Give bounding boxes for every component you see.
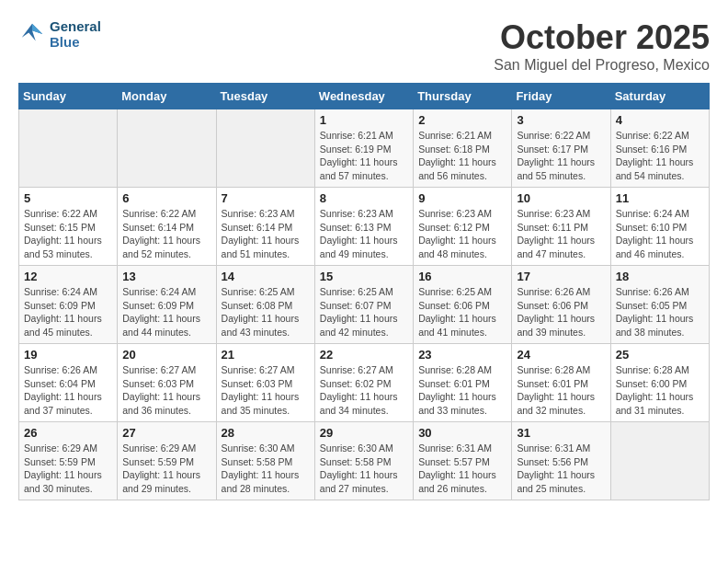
- day-info: Sunrise: 6:29 AM Sunset: 5:59 PM Dayligh…: [122, 442, 210, 496]
- calendar-cell: 10Sunrise: 6:23 AM Sunset: 6:11 PM Dayli…: [512, 188, 610, 266]
- calendar-cell: 1Sunrise: 6:21 AM Sunset: 6:19 PM Daylig…: [314, 109, 413, 188]
- day-number: 27: [122, 426, 210, 440]
- calendar-cell: 27Sunrise: 6:29 AM Sunset: 5:59 PM Dayli…: [118, 422, 216, 500]
- day-info: Sunrise: 6:28 AM Sunset: 6:00 PM Dayligh…: [616, 363, 704, 418]
- day-number: 19: [24, 348, 112, 362]
- day-info: Sunrise: 6:26 AM Sunset: 6:04 PM Dayligh…: [24, 363, 112, 418]
- calendar-cell: 13Sunrise: 6:24 AM Sunset: 6:09 PM Dayli…: [118, 266, 216, 344]
- day-info: Sunrise: 6:27 AM Sunset: 6:03 PM Dayligh…: [122, 363, 210, 418]
- day-number: 2: [418, 113, 506, 127]
- calendar-cell: 24Sunrise: 6:28 AM Sunset: 6:01 PM Dayli…: [512, 344, 610, 422]
- day-number: 12: [24, 270, 112, 283]
- day-info: Sunrise: 6:30 AM Sunset: 5:58 PM Dayligh…: [320, 442, 408, 496]
- day-number: 14: [222, 270, 310, 283]
- day-number: 15: [320, 270, 408, 283]
- day-info: Sunrise: 6:24 AM Sunset: 6:10 PM Dayligh…: [616, 207, 704, 261]
- calendar-cell: 9Sunrise: 6:23 AM Sunset: 6:12 PM Daylig…: [414, 188, 512, 266]
- calendar-cell: 12Sunrise: 6:24 AM Sunset: 6:09 PM Dayli…: [19, 266, 118, 344]
- calendar-cell: 8Sunrise: 6:23 AM Sunset: 6:13 PM Daylig…: [314, 188, 413, 266]
- calendar-cell: 19Sunrise: 6:26 AM Sunset: 6:04 PM Dayli…: [19, 344, 118, 422]
- day-info: Sunrise: 6:22 AM Sunset: 6:16 PM Dayligh…: [616, 129, 704, 183]
- day-number: 11: [616, 191, 704, 205]
- day-number: 16: [418, 270, 506, 283]
- day-info: Sunrise: 6:25 AM Sunset: 6:07 PM Dayligh…: [320, 285, 408, 339]
- logo: General Blue: [18, 18, 101, 50]
- calendar-cell: 6Sunrise: 6:22 AM Sunset: 6:14 PM Daylig…: [118, 188, 216, 266]
- calendar-cell: 3Sunrise: 6:22 AM Sunset: 6:17 PM Daylig…: [512, 109, 610, 188]
- calendar-cell: 11Sunrise: 6:24 AM Sunset: 6:10 PM Dayli…: [610, 188, 709, 266]
- day-number: 25: [616, 348, 704, 362]
- weekday-header-saturday: Saturday: [610, 84, 709, 109]
- day-info: Sunrise: 6:23 AM Sunset: 6:13 PM Dayligh…: [320, 207, 408, 261]
- calendar-table: SundayMondayTuesdayWednesdayThursdayFrid…: [18, 83, 710, 500]
- day-info: Sunrise: 6:24 AM Sunset: 6:09 PM Dayligh…: [122, 285, 210, 339]
- calendar-week-row: 19Sunrise: 6:26 AM Sunset: 6:04 PM Dayli…: [19, 344, 710, 422]
- day-info: Sunrise: 6:22 AM Sunset: 6:17 PM Dayligh…: [517, 129, 605, 183]
- day-info: Sunrise: 6:23 AM Sunset: 6:14 PM Dayligh…: [222, 207, 310, 261]
- day-info: Sunrise: 6:28 AM Sunset: 6:01 PM Dayligh…: [418, 363, 506, 418]
- calendar-cell: [610, 422, 709, 500]
- weekday-header-monday: Monday: [118, 84, 216, 109]
- calendar-cell: 26Sunrise: 6:29 AM Sunset: 5:59 PM Dayli…: [19, 422, 118, 500]
- calendar-cell: 7Sunrise: 6:23 AM Sunset: 6:14 PM Daylig…: [216, 188, 314, 266]
- day-number: 9: [418, 191, 506, 205]
- weekday-header-tuesday: Tuesday: [216, 84, 314, 109]
- calendar-cell: 16Sunrise: 6:25 AM Sunset: 6:06 PM Dayli…: [414, 266, 512, 344]
- calendar-cell: [19, 109, 118, 188]
- calendar-cell: 4Sunrise: 6:22 AM Sunset: 6:16 PM Daylig…: [610, 109, 709, 188]
- svg-marker-1: [32, 24, 42, 34]
- logo-icon: [18, 20, 46, 48]
- day-info: Sunrise: 6:30 AM Sunset: 5:58 PM Dayligh…: [222, 442, 310, 496]
- day-info: Sunrise: 6:29 AM Sunset: 5:59 PM Dayligh…: [24, 442, 112, 496]
- day-number: 20: [122, 348, 210, 362]
- calendar-cell: 18Sunrise: 6:26 AM Sunset: 6:05 PM Dayli…: [610, 266, 709, 344]
- day-info: Sunrise: 6:25 AM Sunset: 6:06 PM Dayligh…: [418, 285, 506, 339]
- page-header: General Blue October 2025 San Miguel del…: [18, 18, 710, 74]
- day-number: 13: [122, 270, 210, 283]
- day-info: Sunrise: 6:26 AM Sunset: 6:06 PM Dayligh…: [517, 285, 605, 339]
- day-info: Sunrise: 6:31 AM Sunset: 5:57 PM Dayligh…: [418, 442, 506, 496]
- day-number: 7: [222, 191, 310, 205]
- day-number: 22: [320, 348, 408, 362]
- weekday-header-friday: Friday: [512, 84, 610, 109]
- day-number: 28: [222, 426, 310, 440]
- day-number: 23: [418, 348, 506, 362]
- day-number: 17: [517, 270, 605, 283]
- day-info: Sunrise: 6:24 AM Sunset: 6:09 PM Dayligh…: [24, 285, 112, 339]
- logo-text: General Blue: [50, 18, 101, 50]
- day-number: 18: [616, 270, 704, 283]
- day-info: Sunrise: 6:25 AM Sunset: 6:08 PM Dayligh…: [222, 285, 310, 339]
- day-number: 21: [222, 348, 310, 362]
- day-number: 4: [616, 113, 704, 127]
- calendar-cell: [118, 109, 216, 188]
- weekday-header-row: SundayMondayTuesdayWednesdayThursdayFrid…: [19, 84, 710, 109]
- calendar-cell: 31Sunrise: 6:31 AM Sunset: 5:56 PM Dayli…: [512, 422, 610, 500]
- calendar-cell: 20Sunrise: 6:27 AM Sunset: 6:03 PM Dayli…: [118, 344, 216, 422]
- calendar-cell: [216, 109, 314, 188]
- day-number: 30: [418, 426, 506, 440]
- day-number: 8: [320, 191, 408, 205]
- calendar-cell: 5Sunrise: 6:22 AM Sunset: 6:15 PM Daylig…: [19, 188, 118, 266]
- day-number: 24: [517, 348, 605, 362]
- day-number: 31: [517, 426, 605, 440]
- calendar-week-row: 1Sunrise: 6:21 AM Sunset: 6:19 PM Daylig…: [19, 109, 710, 188]
- day-number: 29: [320, 426, 408, 440]
- month-title: October 2025: [494, 18, 710, 57]
- day-info: Sunrise: 6:27 AM Sunset: 6:03 PM Dayligh…: [222, 363, 310, 418]
- calendar-cell: 14Sunrise: 6:25 AM Sunset: 6:08 PM Dayli…: [216, 266, 314, 344]
- calendar-week-row: 26Sunrise: 6:29 AM Sunset: 5:59 PM Dayli…: [19, 422, 710, 500]
- day-number: 6: [122, 191, 210, 205]
- calendar-week-row: 12Sunrise: 6:24 AM Sunset: 6:09 PM Dayli…: [19, 266, 710, 344]
- weekday-header-sunday: Sunday: [19, 84, 118, 109]
- day-info: Sunrise: 6:22 AM Sunset: 6:14 PM Dayligh…: [122, 207, 210, 261]
- day-info: Sunrise: 6:26 AM Sunset: 6:05 PM Dayligh…: [616, 285, 704, 339]
- day-number: 10: [517, 191, 605, 205]
- calendar-cell: 28Sunrise: 6:30 AM Sunset: 5:58 PM Dayli…: [216, 422, 314, 500]
- calendar-cell: 25Sunrise: 6:28 AM Sunset: 6:00 PM Dayli…: [610, 344, 709, 422]
- day-number: 1: [320, 113, 408, 127]
- day-info: Sunrise: 6:28 AM Sunset: 6:01 PM Dayligh…: [517, 363, 605, 418]
- calendar-cell: 2Sunrise: 6:21 AM Sunset: 6:18 PM Daylig…: [414, 109, 512, 188]
- calendar-cell: 21Sunrise: 6:27 AM Sunset: 6:03 PM Dayli…: [216, 344, 314, 422]
- weekday-header-wednesday: Wednesday: [314, 84, 413, 109]
- calendar-cell: 23Sunrise: 6:28 AM Sunset: 6:01 PM Dayli…: [414, 344, 512, 422]
